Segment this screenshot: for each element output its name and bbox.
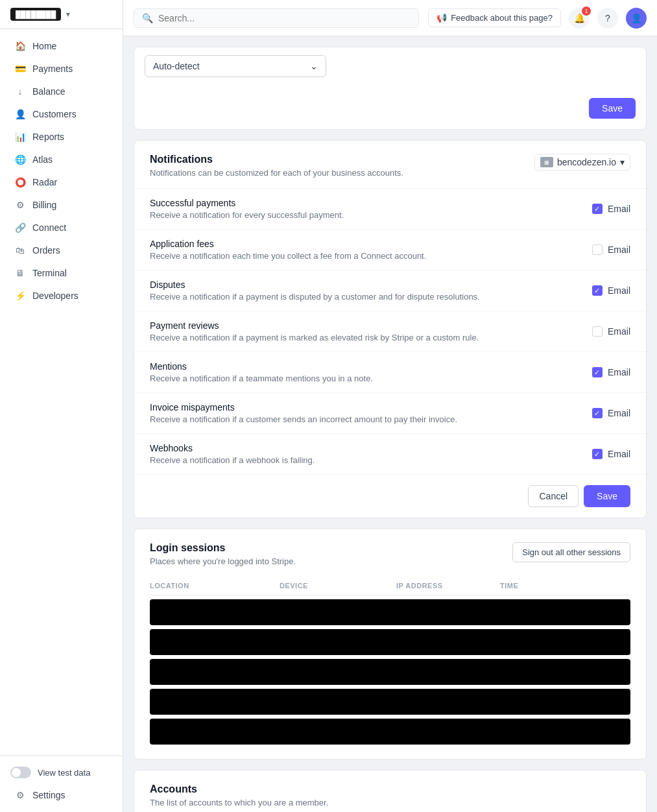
email-check-4: ✓ Email — [592, 367, 630, 377]
sign-out-all-button[interactable]: Sign out all other sessions — [512, 542, 630, 562]
email-label-2: Email — [608, 285, 630, 296]
email-label-5: Email — [608, 408, 630, 418]
notifications-card: Notifications Notifications can be custo… — [134, 140, 647, 518]
checkmark-0: ✓ — [594, 205, 600, 213]
login-header: Login sessions Places where you're logge… — [150, 542, 630, 566]
sidebar-item-radar[interactable]: ⭕ Radar — [4, 171, 119, 193]
search-container[interactable]: 🔍 — [134, 8, 419, 28]
topbar-right: 📢 Feedback about this page? 🔔 1 ? 👤 — [428, 8, 647, 29]
account-selector-icon: ▦ — [540, 157, 553, 167]
checkbox-0[interactable]: ✓ — [592, 204, 603, 214]
sidebar-nav: 🏠 Home 💳 Payments ↓ Balance 👤 Customers … — [0, 29, 123, 756]
notif-title-3: Payment reviews — [150, 320, 479, 331]
sidebar-item-terminal[interactable]: 🖥 Terminal — [4, 262, 119, 284]
notification-item-disputes: Disputes Receive a notification if a pay… — [134, 270, 646, 311]
sidebar-item-settings[interactable]: ⚙ Settings — [4, 784, 119, 806]
account-chevron-icon: ▾ — [620, 157, 625, 167]
session-row-4 — [150, 689, 630, 715]
checkbox-5[interactable]: ✓ — [592, 408, 603, 418]
user-avatar[interactable]: 👤 — [626, 8, 647, 29]
sidebar-label-radar: Radar — [32, 177, 57, 187]
sidebar-item-billing[interactable]: ⚙ Billing — [4, 194, 119, 216]
test-data-toggle[interactable] — [10, 767, 31, 778]
login-section: Login sessions Places where you're logge… — [134, 529, 646, 759]
notif-desc-4: Receive a notification if a teammate men… — [150, 374, 373, 383]
sidebar-label-balance: Balance — [32, 86, 66, 97]
sidebar-logo[interactable]: ████████ ▾ — [0, 0, 123, 29]
developers-icon: ⚡ — [14, 290, 26, 302]
sidebar-label-connect: Connect — [32, 222, 66, 233]
checkbox-4[interactable]: ✓ — [592, 367, 603, 377]
account-name: bencodezen.io — [557, 157, 616, 167]
terminal-icon: 🖥 — [14, 267, 26, 279]
notification-badge: 1 — [582, 6, 591, 16]
sidebar-item-atlas[interactable]: 🌐 Atlas — [4, 149, 119, 171]
sidebar-item-reports[interactable]: 📊 Reports — [4, 126, 119, 148]
checkbox-3[interactable] — [592, 326, 603, 337]
settings-icon: ⚙ — [14, 789, 26, 801]
sessions-col-location: LOCATION — [150, 582, 280, 590]
email-label-0: Email — [608, 204, 630, 214]
home-icon: 🏠 — [14, 40, 26, 52]
sidebar-label-billing: Billing — [32, 200, 56, 210]
notification-item-application-fees: Application fees Receive a notification … — [134, 229, 646, 270]
sidebar-label-atlas: Atlas — [32, 154, 53, 165]
sidebar-label-home: Home — [32, 41, 56, 51]
notification-item-webhooks: Webhooks Receive a notification if a web… — [134, 433, 646, 474]
sidebar-label-orders: Orders — [32, 245, 60, 256]
payments-icon: 💳 — [14, 63, 26, 75]
view-test-data-row[interactable]: View test data — [0, 761, 123, 783]
email-check-0: ✓ Email — [592, 204, 630, 214]
reports-icon: 📊 — [14, 131, 26, 143]
email-check-1: Email — [592, 245, 630, 255]
login-sessions-desc: Places where you're logged into Stripe. — [150, 556, 296, 566]
notif-desc-5: Receive a notification if a customer sen… — [150, 414, 457, 424]
sidebar-item-balance[interactable]: ↓ Balance — [4, 80, 119, 102]
notif-desc-3: Receive a notification if a payment is m… — [150, 333, 479, 342]
checkbox-1[interactable] — [592, 245, 603, 255]
session-row-2 — [150, 629, 630, 655]
sidebar-label-reports: Reports — [32, 132, 64, 142]
sidebar-item-customers[interactable]: 👤 Customers — [4, 103, 119, 125]
email-check-5: ✓ Email — [592, 408, 630, 418]
billing-icon: ⚙ — [14, 199, 26, 211]
auto-detect-row: Auto-detect ⌄ — [134, 47, 646, 88]
accounts-title: Accounts — [150, 783, 630, 795]
sidebar-item-connect[interactable]: 🔗 Connect — [4, 217, 119, 239]
checkmark-6: ✓ — [594, 450, 600, 459]
toggle-thumb — [12, 768, 21, 777]
language-card: Auto-detect ⌄ Save — [134, 47, 647, 130]
notif-text-disputes: Disputes Receive a notification if a pay… — [150, 280, 480, 302]
search-icon: 🔍 — [142, 13, 153, 23]
sidebar-item-home[interactable]: 🏠 Home — [4, 35, 119, 57]
notification-button[interactable]: 🔔 1 — [569, 8, 590, 29]
auto-detect-select[interactable]: Auto-detect ⌄ — [145, 55, 326, 77]
notifications-cancel-button[interactable]: Cancel — [528, 485, 579, 507]
auto-detect-value: Auto-detect — [153, 61, 200, 71]
sidebar-label-payments: Payments — [32, 64, 73, 74]
notif-title-2: Disputes — [150, 280, 480, 290]
sidebar-label-terminal: Terminal — [32, 268, 67, 278]
checkbox-2[interactable]: ✓ — [592, 285, 603, 296]
sidebar-item-developers[interactable]: ⚡ Developers — [4, 285, 119, 307]
search-input[interactable] — [158, 13, 411, 23]
sidebar-item-payments[interactable]: 💳 Payments — [4, 58, 119, 80]
session-row-5 — [150, 719, 630, 745]
help-button[interactable]: ? — [597, 8, 618, 29]
notifications-save-button[interactable]: Save — [584, 485, 630, 507]
sessions-col-time: TIME — [500, 582, 630, 590]
auto-detect-save-button[interactable]: Save — [589, 98, 636, 119]
notif-title-6: Webhooks — [150, 443, 315, 453]
balance-icon: ↓ — [14, 86, 26, 97]
notifications-actions: Cancel Save — [134, 474, 646, 518]
email-label-6: Email — [608, 449, 630, 459]
account-selector[interactable]: ▦ bencodezen.io ▾ — [534, 154, 630, 171]
login-title-area: Login sessions Places where you're logge… — [150, 542, 296, 566]
checkbox-6[interactable]: ✓ — [592, 449, 603, 459]
email-check-2: ✓ Email — [592, 285, 630, 296]
feedback-button[interactable]: 📢 Feedback about this page? — [428, 8, 561, 27]
notif-title-4: Mentions — [150, 361, 373, 372]
sidebar-item-orders[interactable]: 🛍 Orders — [4, 239, 119, 261]
sessions-table-header: LOCATION DEVICE IP ADDRESS TIME — [150, 577, 630, 595]
feedback-label: Feedback about this page? — [451, 13, 553, 23]
